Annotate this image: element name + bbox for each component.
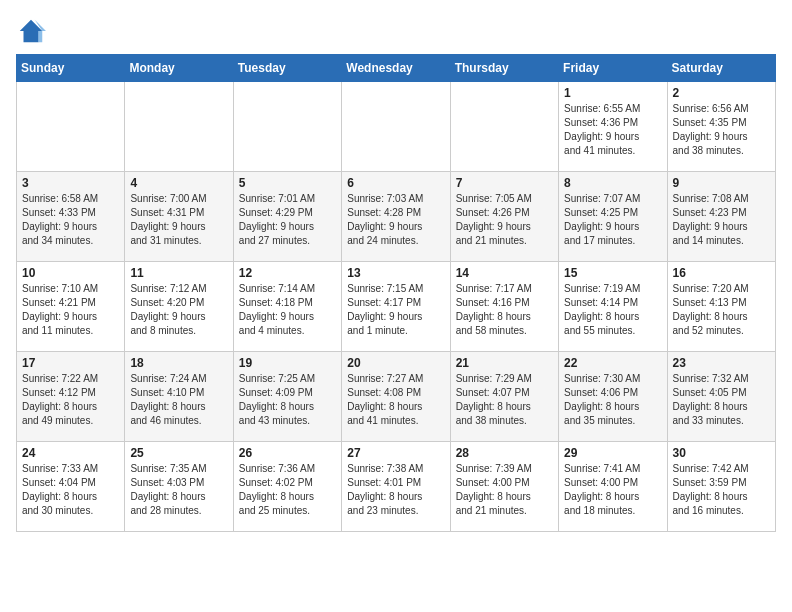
calendar-table: SundayMondayTuesdayWednesdayThursdayFrid… xyxy=(16,54,776,532)
day-info: Sunrise: 6:55 AM Sunset: 4:36 PM Dayligh… xyxy=(564,102,661,158)
calendar-week-row: 3Sunrise: 6:58 AM Sunset: 4:33 PM Daylig… xyxy=(17,172,776,262)
calendar-day-10: 10Sunrise: 7:10 AM Sunset: 4:21 PM Dayli… xyxy=(17,262,125,352)
calendar-day-3: 3Sunrise: 6:58 AM Sunset: 4:33 PM Daylig… xyxy=(17,172,125,262)
calendar-day-30: 30Sunrise: 7:42 AM Sunset: 3:59 PM Dayli… xyxy=(667,442,775,532)
day-number: 11 xyxy=(130,266,227,280)
day-info: Sunrise: 6:56 AM Sunset: 4:35 PM Dayligh… xyxy=(673,102,770,158)
day-number: 17 xyxy=(22,356,119,370)
calendar-day-13: 13Sunrise: 7:15 AM Sunset: 4:17 PM Dayli… xyxy=(342,262,450,352)
day-number: 22 xyxy=(564,356,661,370)
day-number: 27 xyxy=(347,446,444,460)
calendar-day-23: 23Sunrise: 7:32 AM Sunset: 4:05 PM Dayli… xyxy=(667,352,775,442)
calendar-day-21: 21Sunrise: 7:29 AM Sunset: 4:07 PM Dayli… xyxy=(450,352,558,442)
calendar-day-26: 26Sunrise: 7:36 AM Sunset: 4:02 PM Dayli… xyxy=(233,442,341,532)
weekday-header-friday: Friday xyxy=(559,55,667,82)
day-info: Sunrise: 7:00 AM Sunset: 4:31 PM Dayligh… xyxy=(130,192,227,248)
day-info: Sunrise: 7:42 AM Sunset: 3:59 PM Dayligh… xyxy=(673,462,770,518)
day-info: Sunrise: 7:20 AM Sunset: 4:13 PM Dayligh… xyxy=(673,282,770,338)
day-info: Sunrise: 7:35 AM Sunset: 4:03 PM Dayligh… xyxy=(130,462,227,518)
day-info: Sunrise: 7:03 AM Sunset: 4:28 PM Dayligh… xyxy=(347,192,444,248)
calendar-day-6: 6Sunrise: 7:03 AM Sunset: 4:28 PM Daylig… xyxy=(342,172,450,262)
calendar-day-1: 1Sunrise: 6:55 AM Sunset: 4:36 PM Daylig… xyxy=(559,82,667,172)
calendar-day-22: 22Sunrise: 7:30 AM Sunset: 4:06 PM Dayli… xyxy=(559,352,667,442)
calendar-day-8: 8Sunrise: 7:07 AM Sunset: 4:25 PM Daylig… xyxy=(559,172,667,262)
calendar-day-19: 19Sunrise: 7:25 AM Sunset: 4:09 PM Dayli… xyxy=(233,352,341,442)
day-number: 30 xyxy=(673,446,770,460)
header xyxy=(16,16,776,46)
day-info: Sunrise: 7:30 AM Sunset: 4:06 PM Dayligh… xyxy=(564,372,661,428)
day-number: 25 xyxy=(130,446,227,460)
weekday-header-tuesday: Tuesday xyxy=(233,55,341,82)
day-info: Sunrise: 7:07 AM Sunset: 4:25 PM Dayligh… xyxy=(564,192,661,248)
day-number: 26 xyxy=(239,446,336,460)
calendar-day-28: 28Sunrise: 7:39 AM Sunset: 4:00 PM Dayli… xyxy=(450,442,558,532)
calendar-body: 1Sunrise: 6:55 AM Sunset: 4:36 PM Daylig… xyxy=(17,82,776,532)
calendar-day-9: 9Sunrise: 7:08 AM Sunset: 4:23 PM Daylig… xyxy=(667,172,775,262)
calendar-day-18: 18Sunrise: 7:24 AM Sunset: 4:10 PM Dayli… xyxy=(125,352,233,442)
day-number: 19 xyxy=(239,356,336,370)
calendar-header: SundayMondayTuesdayWednesdayThursdayFrid… xyxy=(17,55,776,82)
day-number: 2 xyxy=(673,86,770,100)
logo-icon xyxy=(16,16,46,46)
day-info: Sunrise: 7:15 AM Sunset: 4:17 PM Dayligh… xyxy=(347,282,444,338)
day-info: Sunrise: 7:38 AM Sunset: 4:01 PM Dayligh… xyxy=(347,462,444,518)
day-number: 5 xyxy=(239,176,336,190)
day-info: Sunrise: 7:19 AM Sunset: 4:14 PM Dayligh… xyxy=(564,282,661,338)
day-number: 14 xyxy=(456,266,553,280)
calendar-day-4: 4Sunrise: 7:00 AM Sunset: 4:31 PM Daylig… xyxy=(125,172,233,262)
day-info: Sunrise: 7:17 AM Sunset: 4:16 PM Dayligh… xyxy=(456,282,553,338)
day-number: 28 xyxy=(456,446,553,460)
day-number: 3 xyxy=(22,176,119,190)
weekday-header-sunday: Sunday xyxy=(17,55,125,82)
calendar-empty-cell xyxy=(125,82,233,172)
calendar-week-row: 1Sunrise: 6:55 AM Sunset: 4:36 PM Daylig… xyxy=(17,82,776,172)
calendar-day-2: 2Sunrise: 6:56 AM Sunset: 4:35 PM Daylig… xyxy=(667,82,775,172)
day-number: 16 xyxy=(673,266,770,280)
day-info: Sunrise: 7:39 AM Sunset: 4:00 PM Dayligh… xyxy=(456,462,553,518)
day-number: 18 xyxy=(130,356,227,370)
weekday-header-saturday: Saturday xyxy=(667,55,775,82)
day-number: 13 xyxy=(347,266,444,280)
day-number: 6 xyxy=(347,176,444,190)
day-number: 12 xyxy=(239,266,336,280)
calendar-day-24: 24Sunrise: 7:33 AM Sunset: 4:04 PM Dayli… xyxy=(17,442,125,532)
day-number: 15 xyxy=(564,266,661,280)
day-info: Sunrise: 7:27 AM Sunset: 4:08 PM Dayligh… xyxy=(347,372,444,428)
day-info: Sunrise: 7:41 AM Sunset: 4:00 PM Dayligh… xyxy=(564,462,661,518)
calendar-empty-cell xyxy=(342,82,450,172)
day-number: 9 xyxy=(673,176,770,190)
calendar-day-15: 15Sunrise: 7:19 AM Sunset: 4:14 PM Dayli… xyxy=(559,262,667,352)
calendar-week-row: 17Sunrise: 7:22 AM Sunset: 4:12 PM Dayli… xyxy=(17,352,776,442)
day-info: Sunrise: 7:33 AM Sunset: 4:04 PM Dayligh… xyxy=(22,462,119,518)
day-info: Sunrise: 7:12 AM Sunset: 4:20 PM Dayligh… xyxy=(130,282,227,338)
day-info: Sunrise: 7:10 AM Sunset: 4:21 PM Dayligh… xyxy=(22,282,119,338)
calendar-day-20: 20Sunrise: 7:27 AM Sunset: 4:08 PM Dayli… xyxy=(342,352,450,442)
day-info: Sunrise: 7:22 AM Sunset: 4:12 PM Dayligh… xyxy=(22,372,119,428)
calendar-day-7: 7Sunrise: 7:05 AM Sunset: 4:26 PM Daylig… xyxy=(450,172,558,262)
calendar-day-5: 5Sunrise: 7:01 AM Sunset: 4:29 PM Daylig… xyxy=(233,172,341,262)
calendar-day-27: 27Sunrise: 7:38 AM Sunset: 4:01 PM Dayli… xyxy=(342,442,450,532)
weekday-header-thursday: Thursday xyxy=(450,55,558,82)
day-number: 29 xyxy=(564,446,661,460)
logo xyxy=(16,16,50,46)
calendar-day-25: 25Sunrise: 7:35 AM Sunset: 4:03 PM Dayli… xyxy=(125,442,233,532)
calendar-empty-cell xyxy=(17,82,125,172)
calendar-day-17: 17Sunrise: 7:22 AM Sunset: 4:12 PM Dayli… xyxy=(17,352,125,442)
calendar-week-row: 10Sunrise: 7:10 AM Sunset: 4:21 PM Dayli… xyxy=(17,262,776,352)
calendar-day-12: 12Sunrise: 7:14 AM Sunset: 4:18 PM Dayli… xyxy=(233,262,341,352)
day-info: Sunrise: 7:01 AM Sunset: 4:29 PM Dayligh… xyxy=(239,192,336,248)
day-number: 7 xyxy=(456,176,553,190)
day-number: 24 xyxy=(22,446,119,460)
day-number: 21 xyxy=(456,356,553,370)
calendar-empty-cell xyxy=(450,82,558,172)
day-info: Sunrise: 7:36 AM Sunset: 4:02 PM Dayligh… xyxy=(239,462,336,518)
day-info: Sunrise: 7:29 AM Sunset: 4:07 PM Dayligh… xyxy=(456,372,553,428)
calendar-day-11: 11Sunrise: 7:12 AM Sunset: 4:20 PM Dayli… xyxy=(125,262,233,352)
calendar-empty-cell xyxy=(233,82,341,172)
day-number: 23 xyxy=(673,356,770,370)
day-info: Sunrise: 6:58 AM Sunset: 4:33 PM Dayligh… xyxy=(22,192,119,248)
calendar-day-16: 16Sunrise: 7:20 AM Sunset: 4:13 PM Dayli… xyxy=(667,262,775,352)
calendar-week-row: 24Sunrise: 7:33 AM Sunset: 4:04 PM Dayli… xyxy=(17,442,776,532)
weekday-header-monday: Monday xyxy=(125,55,233,82)
day-info: Sunrise: 7:05 AM Sunset: 4:26 PM Dayligh… xyxy=(456,192,553,248)
